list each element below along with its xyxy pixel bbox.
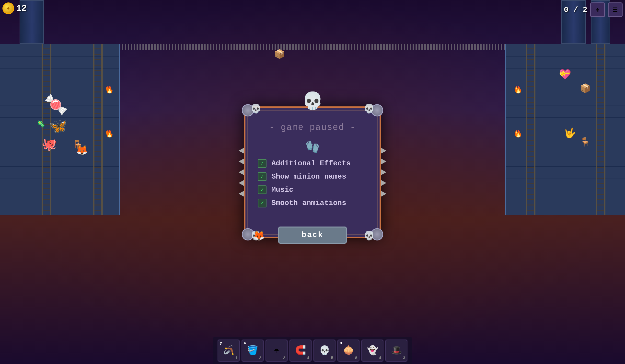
modal-item-icon: 🧤 — [258, 140, 367, 154]
checkbox-show-minion-names[interactable] — [258, 172, 267, 181]
spike-left-3 — [239, 169, 244, 175]
skull-tl: 💀 — [250, 103, 261, 114]
spike-right-5 — [381, 191, 386, 197]
spike-right-4 — [381, 180, 386, 186]
pause-modal: 💀 💀 💀 💀 🦊 💀 - game paused - 🧤 Additional… — [244, 106, 381, 238]
checkbox-item-1[interactable]: Show minion names — [258, 172, 367, 181]
spike-left-4 — [239, 180, 244, 186]
modal-character: 💀 — [302, 91, 323, 112]
modal-spikes-left — [239, 148, 244, 197]
checkbox-label-3: Smooth anmiations — [271, 199, 346, 207]
spike-right-3 — [381, 169, 386, 175]
skull-tr: 💀 — [364, 103, 375, 114]
checkbox-label-1: Show minion names — [271, 173, 346, 181]
checkbox-label-2: Music — [271, 186, 293, 194]
checkbox-item-0[interactable]: Additional Effects — [258, 159, 367, 168]
checkbox-label-0: Additional Effects — [271, 159, 351, 168]
spike-right-2 — [381, 158, 386, 164]
skull-br: 💀 — [364, 230, 375, 241]
spike-left-1 — [239, 148, 244, 154]
spike-right-1 — [381, 148, 386, 154]
checkbox-smooth-animations[interactable] — [258, 199, 267, 208]
modal-spikes-right — [381, 148, 386, 197]
checkbox-additional-effects[interactable] — [258, 159, 267, 168]
checkbox-item-2[interactable]: Music — [258, 185, 367, 194]
modal-overlay: 💀 💀 💀 💀 🦊 💀 - game paused - 🧤 Additional… — [0, 0, 625, 364]
back-button[interactable]: back — [278, 227, 347, 244]
spike-left-5 — [239, 191, 244, 197]
red-cat-decoration: 🦊 — [253, 230, 265, 242]
modal-title: - game paused - — [258, 122, 367, 133]
checkbox-music[interactable] — [258, 185, 267, 194]
spike-left-2 — [239, 158, 244, 164]
checkbox-item-3[interactable]: Smooth anmiations — [258, 199, 367, 208]
checkbox-list: Additional Effects Show minion names Mus… — [258, 159, 367, 208]
